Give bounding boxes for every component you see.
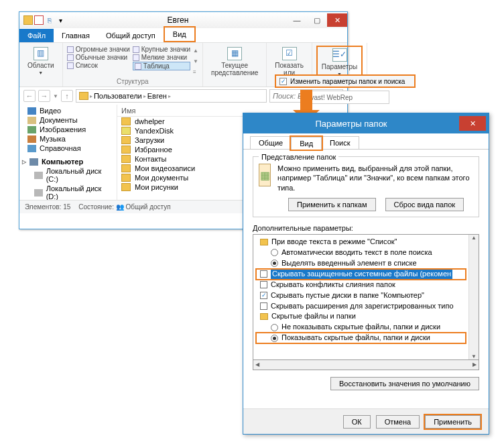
hscrollbar[interactable]: ◀▶	[253, 360, 479, 370]
expand-icon[interactable]: ≡	[193, 69, 198, 75]
adv-radio-show[interactable]: Показывать скрытые файлы, папки и диски	[281, 333, 430, 343]
maximize-button[interactable]: ▢	[307, 13, 327, 27]
expand-icon[interactable]: ▷	[22, 159, 26, 165]
showhide-icon: ☑	[282, 47, 297, 60]
chevron-right-icon: ▸	[168, 93, 171, 99]
close-button[interactable]: ✕	[327, 13, 347, 27]
cancel-button[interactable]: Отмена	[376, 415, 420, 429]
scroll-right-icon[interactable]: ▶	[472, 361, 477, 368]
checkbox[interactable]	[260, 281, 267, 288]
folder-icon	[121, 136, 131, 144]
documents-icon	[27, 117, 36, 124]
checkbox[interactable]	[260, 270, 267, 278]
dialog-body: Представление папок ▦ Можно применить ви…	[243, 150, 489, 397]
adv-radio-highlight[interactable]: Выделять введенный элемент в списке	[281, 258, 417, 269]
ok-button[interactable]: ОК	[343, 415, 371, 429]
ribbon-tabs: Файл Главная Общий доступ Вид	[19, 28, 347, 43]
layout-normal[interactable]: Обычные значки	[76, 54, 128, 61]
layout-list[interactable]: Список	[76, 62, 98, 69]
adv-hide-empty[interactable]: Скрывать пустые диски в папке "Компьютер…	[271, 290, 424, 301]
folder-views-fieldset: Представление папок ▦ Можно применить ви…	[253, 156, 479, 217]
apply-button[interactable]: Применить	[425, 415, 481, 429]
tree-computer[interactable]: Компьютер	[42, 158, 83, 166]
adv-group-hidden: Скрытые файлы и папки	[271, 311, 356, 322]
back-button[interactable]: ←	[23, 90, 36, 102]
adv-radio-auto[interactable]: Автоматически вводить текст в поле поиск…	[281, 247, 432, 258]
pin-icon: ⎘	[45, 15, 54, 25]
forward-button[interactable]: →	[38, 90, 50, 102]
radio[interactable]	[271, 324, 278, 331]
vscrollbar[interactable]: ▲▼	[468, 235, 479, 359]
tab-view[interactable]: Вид	[164, 26, 196, 42]
reset-folders-button[interactable]: Сброс вида папок	[385, 198, 464, 211]
advanced-label: Дополнительные параметры:	[253, 224, 479, 232]
tree-music[interactable]: Музыка	[40, 135, 66, 143]
folder-icon	[121, 183, 131, 191]
scroll-down-icon[interactable]: ▼	[193, 58, 198, 64]
layout-large[interactable]: Крупные значки	[141, 46, 190, 53]
dlg-tab-search[interactable]: Поиск	[321, 136, 359, 149]
tree-help[interactable]: Справочная	[40, 144, 81, 152]
layout-huge[interactable]: Огромные значки	[76, 46, 130, 53]
tab-file[interactable]: Файл	[19, 29, 54, 42]
tree-disk-d[interactable]: Локальный диск (D:)	[46, 184, 114, 200]
chevron-right-icon: ▸	[90, 93, 92, 99]
scroll-up-icon[interactable]: ▲	[471, 235, 477, 241]
restore-defaults-button[interactable]: Восстановить значения по умолчанию	[330, 377, 479, 390]
nav-tree[interactable]: Видео Документы Изображения Музыка Справ…	[19, 105, 117, 200]
adv-hide-ext[interactable]: Скрывать расширения для зарегистрированн…	[271, 301, 454, 312]
options-submenu-item[interactable]: ✓ Изменить параметры папок и поиска	[275, 74, 416, 88]
tree-pictures[interactable]: Изображения	[40, 125, 86, 133]
history-dropdown[interactable]: ▼	[53, 93, 58, 99]
adv-hide-merge[interactable]: Скрывать конфликты слияния папок	[271, 280, 395, 290]
panes-label: Области	[27, 62, 54, 69]
scroll-left-icon[interactable]: ◀	[255, 361, 259, 368]
radio[interactable]	[271, 335, 278, 342]
minimize-button[interactable]: —	[287, 13, 307, 27]
tab-home[interactable]: Главная	[54, 29, 98, 42]
panes-icon: ▥	[34, 47, 48, 60]
layout-table[interactable]: Таблица	[143, 62, 170, 70]
adv-hide-system[interactable]: Скрывать защищенные системные файлы (рек…	[271, 269, 452, 280]
tree-disk-c[interactable]: Локальный диск (C:)	[46, 167, 114, 183]
help-icon	[27, 145, 36, 152]
checkbox[interactable]: ✓	[260, 292, 267, 299]
crumb-item[interactable]: Евген	[147, 92, 167, 100]
group-caption: Структура	[67, 78, 198, 85]
dialog-close-button[interactable]: ✕	[459, 116, 486, 131]
dialog-titlebar[interactable]: Параметры папок ✕	[243, 113, 489, 133]
tree-video[interactable]: Видео	[40, 107, 61, 115]
radio[interactable]	[271, 260, 278, 267]
breadcrumb[interactable]: ▸ Пользователи ▸ Евген ▸	[76, 89, 267, 103]
scroll-up-icon[interactable]: ▲	[193, 48, 198, 54]
advanced-tree[interactable]: При вводе текста в режиме "Список" Автом…	[253, 235, 468, 359]
fieldset-legend: Представление папок	[259, 153, 338, 161]
checkbox[interactable]	[260, 302, 267, 310]
folder-icon	[260, 239, 268, 245]
adv-radio-noshow[interactable]: Не показывать скрытые файлы, папки и дис…	[281, 322, 440, 333]
share-icon: 👥	[116, 203, 124, 211]
currentview-icon: ▦	[227, 47, 242, 60]
scroll-down-icon[interactable]: ▼	[471, 353, 477, 359]
apply-to-folders-button[interactable]: Применить к папкам	[288, 198, 376, 211]
video-icon	[27, 107, 36, 115]
layout-icon	[67, 54, 74, 61]
folder-icon	[260, 313, 268, 320]
crumb-item[interactable]: Пользователи	[94, 92, 142, 100]
tab-share[interactable]: Общий доступ	[98, 29, 164, 42]
up-button[interactable]: ↑	[61, 90, 73, 102]
folder-view-icon: ▦	[259, 164, 271, 186]
options-submenu-label: Изменить параметры папок и поиска	[290, 78, 405, 85]
dropdown-icon[interactable]: ▾	[56, 15, 65, 25]
panes-button[interactable]: ▥ Области ▼	[23, 46, 58, 77]
folder-icon	[121, 164, 131, 172]
currentview-button[interactable]: ▦ Текущее представление	[207, 46, 262, 78]
layout-small[interactable]: Мелкие значки	[141, 54, 187, 61]
radio[interactable]	[271, 249, 278, 256]
tree-documents[interactable]: Документы	[40, 116, 78, 124]
dialog-tabs: Общие Вид Поиск	[243, 133, 489, 150]
chevron-down-icon: ▼	[38, 70, 43, 76]
dlg-tab-view[interactable]: Вид	[291, 137, 322, 150]
dlg-tab-general[interactable]: Общие	[250, 136, 292, 149]
folder-options-dialog: Параметры папок ✕ Общие Вид Поиск Предст…	[243, 113, 489, 435]
